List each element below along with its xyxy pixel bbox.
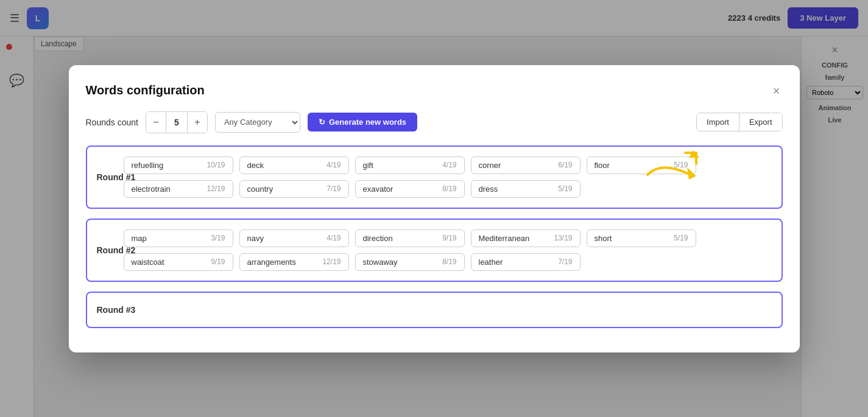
- word-chip[interactable]: leather 7/19: [471, 253, 580, 271]
- word-count: 8/19: [442, 184, 456, 193]
- word-chip[interactable]: refuelling 10/19: [124, 156, 233, 174]
- word-chip[interactable]: corner 6/19: [471, 156, 580, 174]
- rounds-stepper: − +: [146, 111, 208, 133]
- word-count: 8/19: [442, 258, 456, 266]
- word-chip[interactable]: map 3/19: [124, 230, 233, 247]
- word-count: 9/19: [211, 258, 225, 266]
- word-text: leather: [479, 258, 503, 267]
- rounds-container: Round #1 refuelling 10/19 deck 4/19 gift…: [86, 145, 783, 328]
- word-chip[interactable]: waistcoat 9/19: [124, 253, 233, 271]
- round-3-section: Round #3: [86, 292, 783, 328]
- round-2-section: Round #2 map 3/19 navy 4/19 direction 9/…: [86, 219, 783, 282]
- word-chip[interactable]: deck 4/19: [239, 156, 349, 174]
- word-count: 7/19: [558, 258, 572, 266]
- modal-header: Words configuration ×: [86, 82, 783, 99]
- round-3-label: Round #3: [97, 305, 136, 315]
- round-2-label: Round #2: [97, 245, 136, 255]
- word-text: arrangements: [247, 258, 296, 267]
- word-chip[interactable]: Mediterranean 13/19: [471, 230, 580, 247]
- word-text: waistcoat: [132, 258, 164, 267]
- word-count: 4/19: [326, 234, 340, 242]
- word-text: country: [247, 184, 273, 194]
- word-count: 5/19: [674, 161, 688, 169]
- word-text: navy: [247, 234, 264, 243]
- modal-overlay: Words configuration × Rounds count − + A…: [0, 0, 868, 417]
- word-count: 6/19: [558, 161, 572, 169]
- word-chip[interactable]: country 7/19: [239, 180, 349, 198]
- word-count: 5/19: [558, 184, 572, 193]
- word-text: floor: [595, 161, 610, 170]
- word-text: short: [595, 234, 612, 243]
- modal-title: Words configuration: [86, 83, 205, 97]
- word-text: refuelling: [132, 161, 164, 170]
- import-button[interactable]: Import: [697, 113, 739, 131]
- refresh-icon: ↻: [319, 117, 325, 127]
- round-1-section: Round #1 refuelling 10/19 deck 4/19 gift…: [86, 145, 783, 209]
- word-chip[interactable]: electrotrain 12/19: [124, 180, 233, 198]
- word-count: 4/19: [442, 161, 456, 169]
- round-1-label: Round #1: [97, 172, 136, 182]
- word-chip[interactable]: floor 5/19: [587, 156, 696, 174]
- word-chip[interactable]: direction 9/19: [355, 230, 465, 247]
- word-text: exavator: [363, 184, 393, 194]
- word-text: Mediterranean: [479, 234, 530, 243]
- word-text: stowaway: [363, 258, 398, 267]
- word-count: 13/19: [554, 234, 572, 242]
- word-count: 5/19: [674, 234, 688, 242]
- rounds-count-label: Rounds count: [86, 117, 138, 127]
- word-text: dress: [479, 184, 498, 194]
- word-count: 7/19: [326, 184, 340, 193]
- modal-close-button[interactable]: ×: [771, 82, 783, 99]
- word-text: corner: [479, 161, 501, 170]
- word-count: 12/19: [206, 184, 225, 193]
- word-count: 10/19: [206, 161, 225, 169]
- generate-label: Generate new words: [329, 117, 406, 127]
- category-select[interactable]: Any Category: [215, 112, 300, 133]
- round-2-words: map 3/19 navy 4/19 direction 9/19 Medite…: [124, 230, 772, 271]
- controls-row: Rounds count − + Any Category ↻ Generate…: [86, 111, 783, 133]
- export-button[interactable]: Export: [739, 113, 782, 131]
- word-count: 4/19: [326, 161, 340, 169]
- generate-words-button[interactable]: ↻ Generate new words: [308, 113, 417, 131]
- word-chip[interactable]: arrangements 12/19: [239, 253, 349, 271]
- round-1-words: refuelling 10/19 deck 4/19 gift 4/19 cor…: [124, 156, 772, 198]
- word-chip[interactable]: stowaway 8/19: [355, 253, 465, 271]
- word-text: map: [132, 234, 147, 243]
- stepper-plus-button[interactable]: +: [188, 112, 207, 133]
- word-text: electrotrain: [132, 184, 171, 194]
- word-chip[interactable]: dress 5/19: [471, 180, 580, 198]
- word-text: deck: [247, 161, 264, 170]
- word-count: 12/19: [322, 258, 340, 266]
- word-text: gift: [363, 161, 373, 170]
- word-count: 9/19: [442, 234, 456, 242]
- word-chip[interactable]: gift 4/19: [355, 156, 465, 174]
- stepper-minus-button[interactable]: −: [146, 112, 166, 133]
- word-chip[interactable]: navy 4/19: [239, 230, 349, 247]
- word-count: 3/19: [211, 234, 225, 242]
- word-chip[interactable]: short 5/19: [587, 230, 696, 247]
- words-config-modal: Words configuration × Rounds count − + A…: [69, 65, 800, 352]
- word-text: direction: [363, 234, 393, 243]
- word-chip[interactable]: exavator 8/19: [355, 180, 465, 198]
- import-export-group: Import Export: [696, 113, 782, 131]
- stepper-value-input[interactable]: [166, 112, 188, 133]
